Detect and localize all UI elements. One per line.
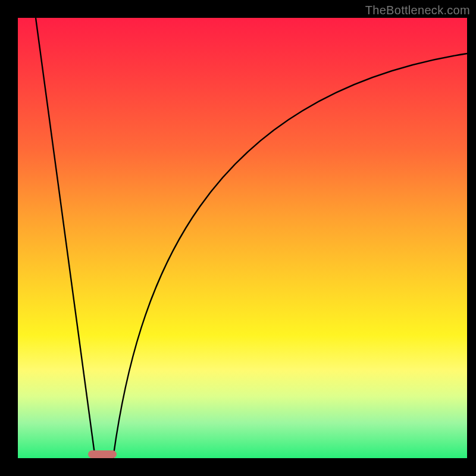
curve-svg	[18, 18, 467, 458]
optimal-marker	[88, 450, 117, 458]
watermark-text: TheBottleneck.com	[365, 4, 470, 17]
left-line	[36, 18, 95, 458]
right-curve	[113, 54, 467, 458]
chart-frame: TheBottleneck.com	[0, 0, 476, 476]
plot-area	[18, 18, 467, 458]
